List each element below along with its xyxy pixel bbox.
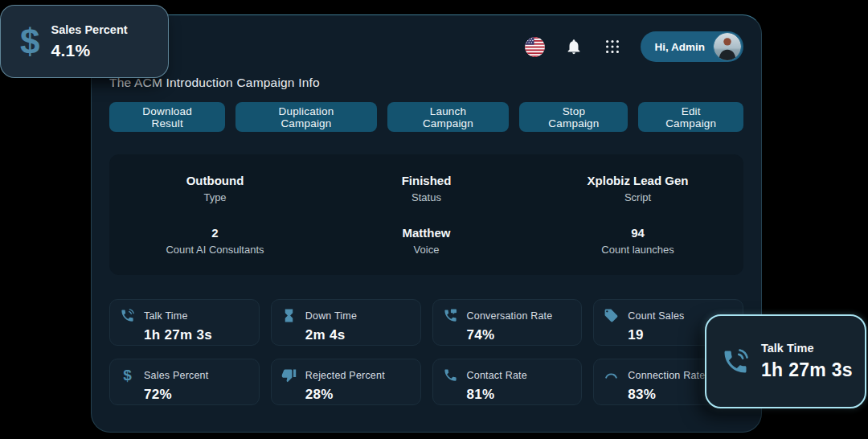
us-flag-icon — [525, 37, 545, 57]
dollar-icon: $ — [120, 367, 135, 383]
apps-menu-button[interactable] — [602, 36, 623, 57]
overlay-talk-value: 1h 27m 3s — [761, 359, 853, 381]
admin-greeting: Hi, Admin — [655, 41, 706, 53]
dashboard-panel: Hi, Admin — [91, 14, 762, 433]
launch-campaign-button[interactable]: Launch Campaign — [387, 102, 510, 132]
page-title: The ACM Introduction Campaign Info — [109, 76, 743, 90]
language-flag-button[interactable] — [525, 36, 546, 57]
hourglass-icon — [281, 308, 297, 323]
duplication-campaign-button[interactable]: Duplication Campaign — [235, 102, 376, 132]
dollar-icon: $ — [20, 24, 39, 59]
notifications-button[interactable] — [563, 36, 584, 57]
campaign-info-section: Outbound Type Finished Status Xplobiz Le… — [109, 154, 743, 275]
edit-campaign-button[interactable]: Edit Campaign — [638, 102, 743, 132]
overlay-talk-label: Talk Time — [761, 342, 853, 355]
arc-icon — [604, 367, 619, 383]
apps-grid-icon — [604, 38, 621, 55]
overlay-sales-label: Sales Percent — [51, 23, 127, 36]
stat-conversation-rate: Conversation Rate 74% — [432, 299, 583, 346]
stat-rejected-percent: Rejected Percent 28% — [271, 359, 421, 405]
info-status: Finished Status — [321, 174, 532, 203]
thumbs-down-icon — [281, 367, 297, 383]
bell-icon — [565, 38, 583, 55]
phone-volume-icon — [120, 308, 135, 323]
stats-grid: Talk Time 1h 27m 3s Down Time 2m 4s — [109, 299, 743, 405]
stop-campaign-button[interactable]: Stop Campaign — [519, 102, 628, 132]
info-script: Xplobiz Lead Gen Script — [532, 174, 743, 203]
info-ai-consultants: 2 Count AI Consultants — [109, 226, 321, 256]
overlay-sales-value: 4.1% — [51, 41, 127, 60]
stat-sales-percent: $ Sales Percent 72% — [109, 359, 260, 405]
action-buttons: Download Result Duplication Campaign Lau… — [109, 102, 743, 132]
info-count-launches: 94 Count launches — [532, 226, 743, 256]
stat-contact-rate: Contact Rate 81% — [432, 359, 583, 405]
phone-volume-icon — [721, 347, 750, 376]
tag-icon — [604, 308, 619, 323]
admin-profile-button[interactable]: Hi, Admin — [641, 31, 744, 62]
info-type: Outbound Type — [109, 174, 321, 203]
talk-time-highlight-card: Talk Time 1h 27m 3s — [705, 314, 866, 408]
phone-icon — [443, 367, 458, 383]
header-bar: Hi, Admin — [109, 31, 743, 62]
stat-talk-time: Talk Time 1h 27m 3s — [109, 299, 260, 346]
phone-chat-icon — [443, 308, 458, 323]
stat-down-time: Down Time 2m 4s — [271, 299, 421, 346]
sales-percent-highlight-card: $ Sales Percent 4.1% — [0, 5, 169, 78]
download-result-button[interactable]: Download Result — [109, 102, 225, 132]
info-voice: Matthew Voice — [321, 226, 532, 256]
avatar — [713, 32, 742, 61]
